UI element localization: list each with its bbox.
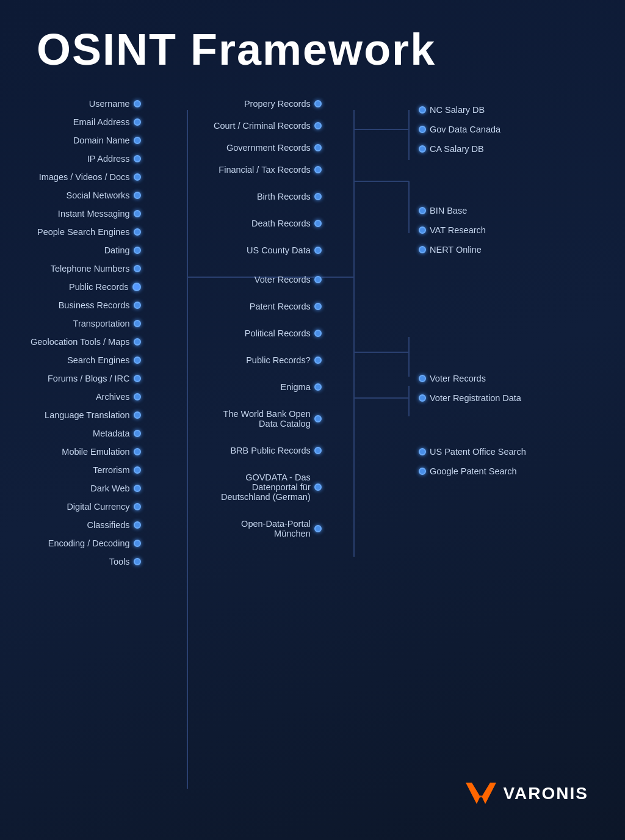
node-dot [314,447,322,454]
node-label: Gov Data Canada [430,125,500,134]
node-dot [134,137,141,144]
varonis-icon [466,780,496,807]
node-label: Mobile Emulation [62,447,129,457]
node-dot [314,525,322,532]
list-item: Forums / Blogs / IRC [31,374,145,383]
node-dot [134,320,141,327]
list-item: BRB Public Records [214,446,325,455]
list-item: Financial / Tax Records [214,165,325,175]
node-label: Google Patent Search [430,466,517,476]
list-item: Business Records [31,300,145,310]
node-label: CA Salary DB [430,144,484,154]
node-dot [134,485,141,492]
node-dot [134,228,141,236]
page-wrapper: OSINT Framework [0,0,625,840]
list-item: Propery Records [214,99,325,109]
list-item: Archives [31,392,145,402]
node-label: Search Engines [67,355,129,365]
node-dot [419,226,426,234]
node-label: Geolocation Tools / Maps [31,337,130,347]
node-label: Metadata [93,429,129,438]
node-label: Political Records [245,328,311,338]
node-label: US Patent Office Search [430,447,526,457]
node-dot [314,330,322,337]
list-item: US County Data [214,245,325,255]
page-title: OSINT Framework [37,24,594,74]
node-label: Username [89,99,130,109]
list-item: Search Engines [31,355,145,365]
node-label: Terrorism [93,465,129,475]
node-dot [134,430,141,437]
col3-patent: US Patent Office Search Google Patent Se… [415,447,526,486]
node-dot [314,100,322,107]
varonis-v-icon [466,780,496,807]
node-dot [134,173,141,181]
list-item: CA Salary DB [415,144,500,154]
list-item: Tools [31,557,145,567]
node-label: Tools [109,557,130,567]
node-label: Telephone Numbers [51,264,130,273]
node-dot [132,283,141,291]
list-item: Government Records [214,143,325,153]
list-item: Public Records? [214,355,325,365]
node-label: The World Bank OpenData Catalog [223,409,311,429]
col1: Username Email Address Domain Name IP Ad… [31,99,145,575]
list-item: VAT Research [415,225,486,235]
list-item: GOVDATA - DasDatenportal fürDeutschland … [214,472,325,502]
node-dot [419,207,426,214]
list-item: Open-Data-PortalMünchen [214,519,325,538]
list-item: Email Address [31,117,145,127]
node-label: Patent Records [250,302,311,311]
node-dot [314,193,322,200]
list-item: Voter Records [214,275,325,284]
node-label: Forums / Blogs / IRC [48,374,130,383]
list-item: Geolocation Tools / Maps [31,337,145,347]
title-prefix: OSINT [37,25,190,74]
list-item: Enigma [214,382,325,392]
list-item: Telephone Numbers [31,264,145,273]
list-item: Court / Criminal Records [214,121,325,131]
node-label: Archives [96,392,130,402]
node-dot [134,192,141,199]
node-dot [134,503,141,510]
node-label: Enigma [281,382,311,392]
list-item: IP Address [31,154,145,164]
node-label: Images / Videos / Docs [39,172,130,182]
list-item: Language Translation [31,410,145,420]
list-item: Political Records [214,328,325,338]
list-item: Voter Records [415,374,521,383]
svg-marker-12 [466,783,496,804]
node-label: Voter Records [430,374,486,383]
list-item: Terrorism [31,465,145,475]
node-dot [134,357,141,364]
node-dot [134,393,141,400]
node-dot [314,122,322,129]
node-dot [419,468,426,475]
list-item: Instant Messaging [31,209,145,219]
list-item: Google Patent Search [415,466,526,476]
node-dot [314,276,322,283]
node-label: Encoding / Decoding [48,538,130,548]
node-dot [314,247,322,254]
node-label: Court / Criminal Records [214,121,311,131]
col3-tax: BIN Base VAT Research NERT Online [415,206,486,264]
list-item: Public Records [31,282,145,292]
node-label: Birth Records [257,192,311,201]
node-dot [419,448,426,455]
list-item: The World Bank OpenData Catalog [214,409,325,429]
node-dot [134,338,141,346]
list-item: BIN Base [415,206,486,215]
node-dot [419,145,426,153]
varonis-name: VARONIS [504,784,589,803]
list-item: Voter Registration Data [415,393,521,403]
node-label: Death Records [251,219,311,228]
node-dot [134,100,141,107]
list-item: Dating [31,245,145,255]
node-dot [134,118,141,126]
node-label: Propery Records [244,99,311,109]
node-label: Domain Name [73,136,130,145]
list-item: People Search Engines [31,227,145,237]
node-label: BRB Public Records [230,446,310,455]
list-item: Patent Records [214,302,325,311]
list-item: Social Networks [31,190,145,200]
